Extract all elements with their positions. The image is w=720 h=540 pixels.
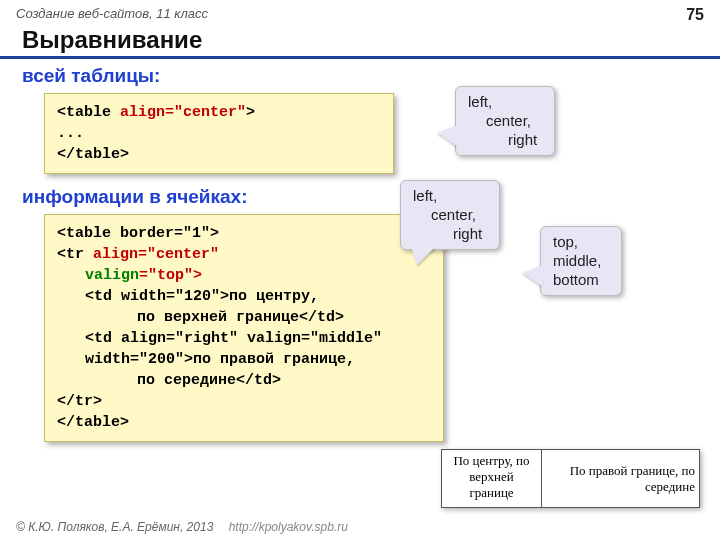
callout-text: left, xyxy=(468,93,542,112)
example-cell-2: По правой границе, по середине xyxy=(542,450,700,508)
course-label: Создание веб-сайтов, 11 класс xyxy=(16,6,208,24)
table-row: По центру, по верхней границе По правой … xyxy=(442,450,700,508)
code-highlight: ="top"> xyxy=(139,267,202,284)
callout-text: bottom xyxy=(553,271,609,290)
footer-url: http://kpolyakov.spb.ru xyxy=(229,520,348,534)
copyright: © К.Ю. Поляков, Е.А. Ерёмин, 2013 xyxy=(16,520,213,534)
code-highlight: valign xyxy=(85,267,139,284)
code-text: <table xyxy=(57,104,120,121)
code-text: по верхней границе</td> xyxy=(137,307,431,328)
code-highlight: align="center" xyxy=(120,104,246,121)
callout-tail xyxy=(523,265,543,287)
callout-tail xyxy=(438,125,458,147)
page-number: 75 xyxy=(686,6,704,24)
callout-align-values-2: left, center, right xyxy=(400,180,500,250)
callout-text: right xyxy=(413,225,487,244)
code-text: по середине</td> xyxy=(137,370,431,391)
code-text: </tr> xyxy=(57,391,431,412)
code-text: > xyxy=(246,104,255,121)
callout-align-values-1: left, center, right xyxy=(455,86,555,156)
code-block-table-align: <table align="center"> ... </table> xyxy=(44,93,394,174)
callout-text: right xyxy=(468,131,542,150)
code-text: <td width="120">по центру, xyxy=(85,286,431,307)
code-highlight: align="center" xyxy=(93,246,219,263)
example-cell-1: По центру, по верхней границе xyxy=(442,450,542,508)
callout-tail xyxy=(411,247,435,265)
page-title: Выравнивание xyxy=(0,24,720,59)
code-text: <tr xyxy=(57,246,93,263)
code-block-cell-align: <table border="1"> <tr align="center" va… xyxy=(44,214,444,442)
callout-valign-values: top, middle, bottom xyxy=(540,226,622,296)
code-text: </table> xyxy=(57,412,431,433)
callout-text: center, xyxy=(468,112,542,131)
callout-text: top, xyxy=(553,233,609,252)
code-text: width="200">по правой границе, xyxy=(85,349,431,370)
code-text: ... xyxy=(57,123,381,144)
callout-text: center, xyxy=(413,206,487,225)
code-text: <table border="1"> xyxy=(57,223,431,244)
example-table: По центру, по верхней границе По правой … xyxy=(441,449,700,508)
header-bar: Создание веб-сайтов, 11 класс 75 xyxy=(0,0,720,24)
section1-label: всей таблицы: xyxy=(0,65,720,87)
callout-text: left, xyxy=(413,187,487,206)
code-text: </table> xyxy=(57,144,381,165)
callout-text: middle, xyxy=(553,252,609,271)
section2-label: информации в ячейках: xyxy=(0,186,720,208)
code-text: <td align="right" valign="middle" xyxy=(85,328,431,349)
footer: © К.Ю. Поляков, Е.А. Ерёмин, 2013 http:/… xyxy=(16,520,348,534)
